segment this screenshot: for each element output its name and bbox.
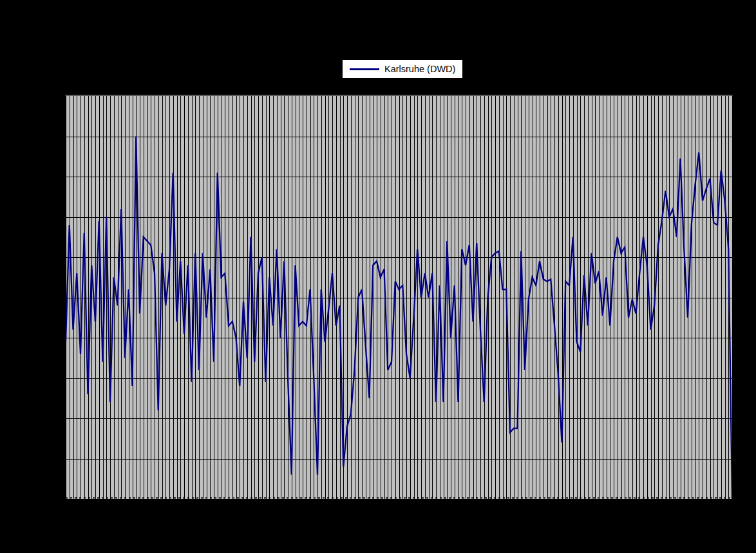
chart-plot-svg — [66, 96, 732, 499]
chart-canvas: Karlsruhe (DWD) — [0, 0, 756, 553]
legend-label: Karlsruhe (DWD) — [384, 64, 455, 74]
legend: Karlsruhe (DWD) — [342, 59, 463, 79]
legend-line-sample — [350, 68, 379, 70]
plot-area — [65, 95, 733, 499]
